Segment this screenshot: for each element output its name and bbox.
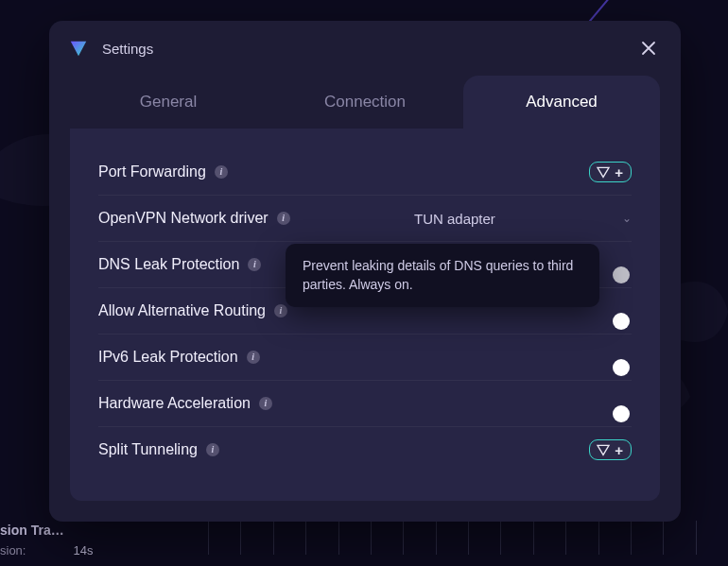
- app-logo-icon: [68, 38, 89, 59]
- advanced-panel: Port Forwarding i + OpenVPN Network driv…: [70, 129, 660, 501]
- info-icon[interactable]: i: [247, 351, 260, 364]
- ipv6-leak-label: IPv6 Leak Protection: [98, 349, 238, 366]
- logo-mini-icon: [596, 442, 611, 457]
- background-session-stats: sion Tra… sion: 14s: [0, 523, 93, 560]
- tabs: General Connection Advanced: [70, 76, 660, 129]
- hw-accel-label: Hardware Acceleration: [98, 395, 251, 412]
- openvpn-driver-dropdown[interactable]: TUN adapter ⌄: [414, 211, 632, 227]
- tab-label: Advanced: [526, 93, 598, 111]
- chevron-down-icon: ⌄: [622, 212, 632, 225]
- info-icon[interactable]: i: [274, 304, 287, 317]
- info-icon[interactable]: i: [248, 258, 261, 271]
- tab-connection[interactable]: Connection: [267, 76, 463, 129]
- close-icon: [641, 41, 656, 56]
- session-label: sion:: [0, 543, 26, 557]
- openvpn-driver-label: OpenVPN Network driver: [98, 210, 269, 227]
- session-value: 14s: [73, 543, 93, 557]
- row-openvpn-driver: OpenVPN Network driver i TUN adapter ⌄: [98, 196, 632, 242]
- row-ipv6-leak: IPv6 Leak Protection i: [98, 334, 632, 381]
- tab-advanced[interactable]: Advanced: [463, 76, 660, 129]
- dropdown-value: TUN adapter: [414, 211, 495, 227]
- port-forwarding-label: Port Forwarding: [98, 163, 206, 180]
- logo-mini-icon: [596, 164, 611, 180]
- svg-marker-1: [598, 167, 609, 177]
- alt-routing-label: Allow Alternative Routing: [98, 302, 266, 319]
- split-tunneling-upgrade-button[interactable]: +: [589, 439, 632, 460]
- info-icon[interactable]: i: [206, 443, 219, 456]
- info-icon[interactable]: i: [259, 397, 272, 410]
- dns-leak-label: DNS Leak Protection: [98, 256, 239, 273]
- port-forwarding-upgrade-button[interactable]: +: [589, 162, 632, 182]
- row-hw-accel: Hardware Acceleration i: [98, 381, 632, 427]
- chart-gridlines: [208, 521, 728, 555]
- tab-general[interactable]: General: [70, 76, 267, 129]
- tab-label: Connection: [324, 93, 406, 111]
- svg-marker-0: [71, 42, 87, 57]
- close-button[interactable]: [635, 35, 662, 61]
- row-port-forwarding: Port Forwarding i +: [98, 149, 632, 196]
- plus-icon: +: [615, 443, 623, 457]
- info-icon[interactable]: i: [215, 165, 228, 179]
- titlebar: Settings: [49, 21, 681, 76]
- plus-icon: +: [615, 165, 623, 180]
- tab-label: General: [140, 93, 197, 111]
- dns-leak-tooltip: Prevent leaking details of DNS queries t…: [286, 244, 599, 307]
- svg-marker-2: [598, 445, 609, 455]
- modal-title: Settings: [102, 41, 153, 57]
- split-tunneling-label: Split Tunneling: [98, 441, 198, 458]
- tooltip-text: Prevent leaking details of DNS queries t…: [303, 258, 573, 292]
- row-split-tunneling: Split Tunneling i +: [98, 427, 632, 472]
- info-icon[interactable]: i: [277, 212, 290, 225]
- session-header: sion Tra…: [0, 523, 93, 538]
